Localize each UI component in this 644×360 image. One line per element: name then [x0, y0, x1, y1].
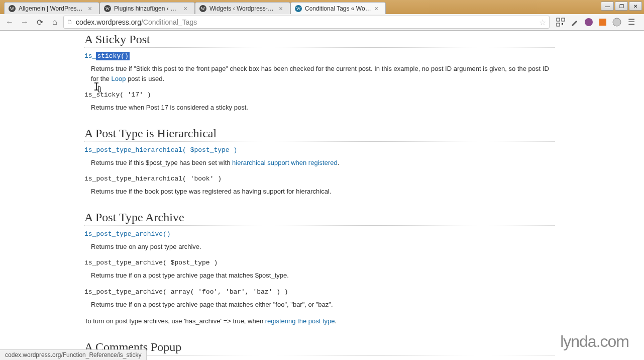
svg-rect-11	[562, 23, 563, 25]
tab-favicon-3: W	[295, 5, 302, 12]
svg-text:W: W	[201, 6, 205, 11]
code-is-post-type-hierarchical[interactable]: is_post_type_hierarchical( $post_type )	[84, 146, 237, 154]
home-button[interactable]: ⌂	[48, 16, 61, 29]
ext-icon-qr[interactable]	[556, 17, 566, 27]
status-bar: codex.wordpress.org/Function_Reference/i…	[0, 349, 147, 360]
tab-favicon-2: W	[199, 5, 206, 12]
page-content: A Sticky Post is_sticky() Returns true i…	[84, 33, 555, 360]
tab-favicon-1: W	[104, 5, 111, 12]
tab-title-3: Conditional Tags « WordP	[305, 5, 371, 12]
ext-icon-square[interactable]	[598, 17, 608, 27]
tab-title-0: Allgemein | WordPress-Ti	[19, 5, 85, 12]
desc-is-sticky-17: Returns true when Post 17 is considered …	[91, 103, 555, 113]
code-is-sticky[interactable]: is_sticky()	[84, 52, 130, 60]
tab-title-1: Plugins hinzufügen ‹ Wor	[114, 5, 180, 12]
svg-text:W: W	[10, 6, 15, 11]
tab-0[interactable]: W Allgemein | WordPress-Ti ×	[4, 2, 99, 14]
code-archive-array: is_post_type_archive( array( 'foo', 'bar…	[84, 288, 288, 296]
page-icon: 🗋	[67, 19, 73, 26]
tab-3-active[interactable]: W Conditional Tags « WordP ×	[290, 2, 386, 14]
desc-hierarchical-book: Returns true if the book post type was r…	[91, 187, 555, 197]
tab-2[interactable]: W Widgets ‹ Wordpress-Tipp ×	[195, 2, 290, 14]
heading-comments-popup: A Comments Popup	[84, 340, 555, 355]
svg-text:W: W	[296, 6, 301, 11]
desc-archive: Returns true on any post type archive.	[91, 242, 555, 252]
watermark: lynda.com	[560, 332, 629, 351]
link-registering-post-type[interactable]: registering the post type	[265, 317, 335, 325]
back-button[interactable]: ←	[3, 16, 16, 29]
link-hierarchical-support[interactable]: hierarchical support when registered	[232, 159, 338, 166]
close-window-button[interactable]: ✕	[629, 2, 642, 11]
reload-button[interactable]: ⟳	[33, 16, 46, 29]
code-is-sticky-17: is_sticky( '17' )	[84, 91, 151, 99]
tab-bar: W Allgemein | WordPress-Ti × W Plugins h…	[0, 0, 644, 14]
desc-archive-array: Returns true if on a post type archive p…	[91, 300, 555, 310]
tab-favicon-0: W	[9, 5, 16, 12]
desc-hierarchical: Returns true if this $post_type has been…	[91, 158, 555, 168]
extension-icons: ☰	[552, 17, 641, 27]
bookmark-star-icon[interactable]: ☆	[539, 18, 546, 27]
close-icon[interactable]: ×	[88, 5, 95, 12]
para-has-archive: To turn on post type archives, use 'has_…	[84, 316, 555, 326]
url-bar[interactable]: 🗋 codex.wordpress.org/Conditional_Tags ☆	[63, 16, 550, 29]
svg-text:W: W	[105, 6, 110, 11]
heading-archive: A Post Type Archive	[84, 211, 555, 226]
url-text: codex.wordpress.org/Conditional_Tags	[76, 18, 536, 26]
link-loop[interactable]: Loop	[111, 75, 126, 82]
code-archive-posttype: is_post_type_archive( $post_type )	[84, 259, 218, 266]
svg-point-14	[613, 18, 621, 26]
svg-rect-13	[599, 19, 606, 26]
ext-icon-globe[interactable]	[612, 17, 622, 27]
forward-button[interactable]: →	[18, 16, 31, 29]
tab-1[interactable]: W Plugins hinzufügen ‹ Wor ×	[99, 2, 195, 14]
desc-is-sticky: Returns true if "Stick this post to the …	[91, 64, 555, 83]
code-hierarchical-book: is_post_type_hierarchical( 'book' )	[84, 175, 222, 183]
heading-hierarchical: A Post Type is Hierarchical	[84, 127, 555, 142]
ext-icon-circle[interactable]	[584, 17, 594, 27]
window-controls: — ❐ ✕	[601, 2, 642, 11]
svg-rect-9	[562, 18, 565, 21]
ext-icon-eyedropper[interactable]	[570, 17, 580, 27]
svg-rect-8	[557, 18, 560, 21]
close-icon[interactable]: ×	[374, 5, 381, 12]
browser-chrome: W Allgemein | WordPress-Ti × W Plugins h…	[0, 0, 644, 31]
close-icon[interactable]: ×	[183, 5, 190, 12]
svg-point-12	[585, 18, 593, 26]
menu-icon[interactable]: ☰	[626, 17, 637, 27]
close-icon[interactable]: ×	[279, 5, 286, 12]
toolbar: ← → ⟳ ⌂ 🗋 codex.wordpress.org/Conditiona…	[0, 14, 644, 30]
heading-sticky-post: A Sticky Post	[84, 33, 555, 48]
maximize-button[interactable]: ❐	[615, 2, 628, 11]
code-is-post-type-archive[interactable]: is_post_type_archive()	[84, 230, 171, 238]
desc-archive-posttype: Returns true if on a post type archive p…	[91, 271, 555, 281]
tab-title-2: Widgets ‹ Wordpress-Tipp	[209, 5, 276, 12]
minimize-button[interactable]: —	[601, 2, 614, 11]
content-area[interactable]: A Sticky Post is_sticky() Returns true i…	[0, 31, 644, 360]
svg-rect-10	[557, 23, 560, 26]
